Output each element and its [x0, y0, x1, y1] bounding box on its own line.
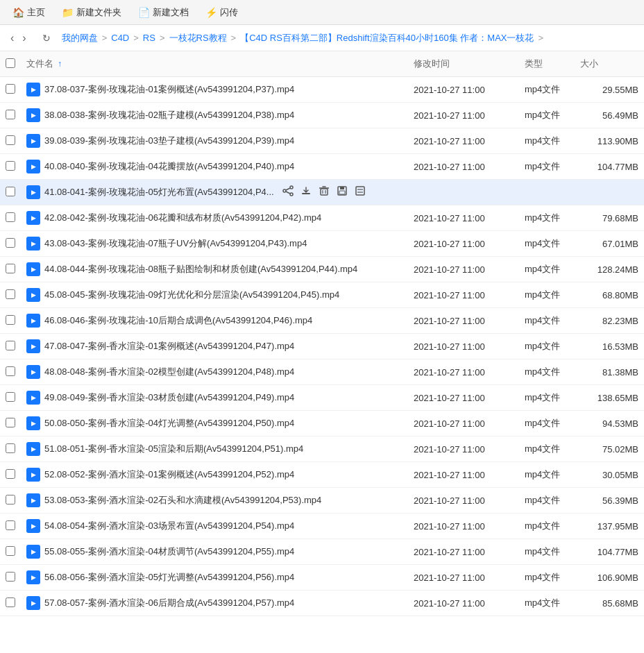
row-checkbox[interactable]	[6, 495, 15, 504]
row-checkbox[interactable]	[6, 264, 15, 273]
header-time: 修改时间	[408, 51, 519, 77]
file-name-wrapper: 49.08-049-案例-香水渲染-03材质创建(Av543991204,P49…	[26, 391, 402, 405]
row-checkbox[interactable]	[6, 135, 15, 145]
row-checkbox[interactable]	[6, 418, 15, 427]
video-file-icon	[26, 211, 40, 225]
row-time: 2021-10-27 11:00	[408, 359, 519, 385]
row-time: 2021-10-27 11:00	[408, 77, 519, 103]
file-name-wrapper: 37.08-037-案例-玫瑰花油-01案例概述(Av543991204,P37…	[26, 83, 402, 96]
file-name-text[interactable]: 44.08-044-案例-玫瑰花油-08瓶子贴图绘制和材质创建(Av543991…	[44, 263, 357, 275]
file-name-text[interactable]: 51.08-051-案例-香水渲染-05渲染和后期(Av543991204,P5…	[44, 443, 303, 455]
video-file-icon	[26, 339, 40, 353]
row-checkbox[interactable]	[6, 110, 15, 119]
file-name-text[interactable]: 46.08-046-案例-玫瑰花油-10后期合成调色(Av543991204,P…	[44, 314, 312, 327]
row-time: 2021-10-27 11:00	[408, 154, 519, 180]
delete-icon[interactable]	[319, 185, 330, 199]
breadcrumb-course[interactable]: 【C4D RS百科第二部】Redshift渲染百科40小时160集 作者：MAX…	[240, 32, 534, 44]
row-name-cell: 57.08-057-案例-酒水渲染-06后期合成(Av543991204,P57…	[21, 591, 408, 616]
row-action-icons	[282, 185, 366, 199]
row-checkbox[interactable]	[6, 289, 15, 299]
file-name-wrapper: 51.08-051-案例-香水渲染-05渲染和后期(Av543991204,P5…	[26, 442, 402, 456]
file-name-wrapper: 40.08-040-案例-玫瑰花油-04花瓣摆放(Av543991204,P40…	[26, 160, 402, 173]
file-name-text[interactable]: 45.08-045-案例-玫瑰花油-09灯光优化和分层渲染(Av54399120…	[44, 289, 339, 301]
file-name-text[interactable]: 37.08-037-案例-玫瑰花油-01案例概述(Av543991204,P37…	[44, 83, 294, 96]
row-time: 2021-10-27 11:00	[408, 231, 519, 257]
svg-point-0	[290, 186, 293, 189]
back-button[interactable]: ‹	[7, 31, 17, 46]
row-checkbox[interactable]	[6, 212, 15, 222]
file-name-text[interactable]: 38.08-038-案例-玫瑰花油-02瓶子建模(Av543991204,P38…	[44, 109, 294, 121]
row-checkbox[interactable]	[6, 572, 15, 582]
breadcrumb-c4d[interactable]: C4D	[111, 33, 129, 43]
table-row: 49.08-049-案例-香水渲染-03材质创建(Av543991204,P49…	[0, 385, 644, 411]
row-name-cell: 56.08-056-案例-酒水渲染-05灯光调整(Av543991204,P56…	[21, 565, 408, 591]
file-name-text[interactable]: 48.08-048-案例-香水渲染-02模型创建(Av543991204,P48…	[44, 366, 294, 378]
row-time: 2021-10-27 11:00	[408, 128, 519, 154]
row-checkbox-cell	[0, 180, 21, 205]
table-row: 37.08-037-案例-玫瑰花油-01案例概述(Av543991204,P37…	[0, 77, 644, 103]
row-checkbox[interactable]	[6, 469, 15, 479]
table-row: 47.08-047-案例-香水渲染-01案例概述(Av543991204,P47…	[0, 334, 644, 359]
row-checkbox[interactable]	[6, 597, 15, 607]
more-icon[interactable]	[355, 185, 366, 199]
file-name-text[interactable]: 49.08-049-案例-香水渲染-03材质创建(Av543991204,P49…	[44, 391, 294, 404]
file-name-text[interactable]: 42.08-042-案例-玫瑰花油-06花瓣和绒布材质(Av543991204,…	[44, 212, 321, 224]
row-checkbox-cell	[0, 462, 21, 488]
row-checkbox[interactable]	[6, 187, 15, 196]
folder-icon: 📁	[62, 7, 74, 18]
row-size: 94.53MB	[575, 411, 644, 436]
row-checkbox[interactable]	[6, 84, 15, 94]
home-icon: 🏠	[12, 7, 24, 18]
file-name-text[interactable]: 56.08-056-案例-酒水渲染-05灯光调整(Av543991204,P56…	[44, 571, 294, 584]
file-name-text[interactable]: 54.08-054-案例-酒水渲染-03场景布置(Av543991204,P54…	[44, 520, 294, 532]
forward-button[interactable]: ›	[19, 31, 29, 46]
row-name-cell: 50.08-050-案例-香水渲染-04灯光调整(Av543991204,P50…	[21, 411, 408, 436]
row-checkbox[interactable]	[6, 392, 15, 402]
home-button[interactable]: 🏠 主页	[6, 3, 52, 22]
flash-transfer-button[interactable]: ⚡ 闪传	[198, 3, 245, 22]
file-name-text[interactable]: 47.08-047-案例-香水渲染-01案例概述(Av543991204,P47…	[44, 340, 294, 353]
header-size: 大小	[575, 51, 644, 77]
file-name-text[interactable]: 55.08-055-案例-酒水渲染-04材质调节(Av543991204,P55…	[44, 545, 294, 558]
row-checkbox[interactable]	[6, 520, 15, 530]
save-icon[interactable]	[337, 185, 348, 199]
file-name-text[interactable]: 57.08-057-案例-酒水渲染-06后期合成(Av543991204,P57…	[44, 597, 294, 609]
row-checkbox[interactable]	[6, 238, 15, 248]
row-checkbox[interactable]	[6, 443, 15, 453]
doc-icon: 📄	[138, 7, 150, 18]
new-doc-button[interactable]: 📄 新建文档	[131, 3, 196, 22]
row-checkbox[interactable]	[6, 366, 15, 376]
row-type: mp4文件	[519, 462, 575, 488]
row-checkbox[interactable]	[6, 161, 15, 171]
download-icon[interactable]	[300, 185, 312, 199]
file-name-wrapper: 38.08-038-案例-玫瑰花油-02瓶子建模(Av543991204,P38…	[26, 108, 402, 122]
file-name-text[interactable]: 40.08-040-案例-玫瑰花油-04花瓣摆放(Av543991204,P40…	[44, 160, 294, 173]
row-time: 2021-10-27 11:00	[408, 257, 519, 282]
share-icon[interactable]	[282, 185, 294, 199]
row-size: 16.53MB	[575, 334, 644, 359]
breadcrumb-yizhihua[interactable]: 一枝花RS教程	[169, 32, 227, 44]
row-name-cell: 54.08-054-案例-酒水渲染-03场景布置(Av543991204,P54…	[21, 514, 408, 539]
file-name-text[interactable]: 52.08-052-案例-酒水渲染-01案例概述(Av543991204,P52…	[44, 468, 294, 481]
row-size: 106.90MB	[575, 565, 644, 591]
file-name-text[interactable]: 43.08-043-案例-玫瑰花油-07瓶子UV分解(Av543991204,P…	[44, 237, 307, 250]
file-name-wrapper: 46.08-046-案例-玫瑰花油-10后期合成调色(Av543991204,P…	[26, 314, 402, 328]
row-size: 67.01MB	[575, 231, 644, 257]
file-name-text[interactable]: 39.08-039-案例-玫瑰花油-03垫子建模(Av543991204,P39…	[44, 135, 294, 147]
table-row: 45.08-045-案例-玫瑰花油-09灯光优化和分层渲染(Av54399120…	[0, 282, 644, 308]
video-file-icon	[26, 314, 40, 328]
video-file-icon	[26, 83, 40, 96]
video-file-icon	[26, 570, 40, 584]
breadcrumb-mycloud[interactable]: 我的网盘	[62, 32, 98, 44]
row-checkbox[interactable]	[6, 546, 15, 556]
breadcrumb-rs[interactable]: RS	[143, 33, 155, 43]
select-all-checkbox[interactable]	[6, 58, 15, 68]
table-row: 42.08-042-案例-玫瑰花油-06花瓣和绒布材质(Av543991204,…	[0, 205, 644, 231]
row-checkbox[interactable]	[6, 341, 15, 350]
file-name-text[interactable]: 50.08-050-案例-香水渲染-04灯光调整(Av543991204,P50…	[44, 417, 294, 430]
row-checkbox[interactable]	[6, 315, 15, 325]
file-name-text[interactable]: 41.08-041-案例-玫瑰花油-05灯光布置(Av543991204,P4.…	[44, 186, 274, 198]
new-folder-button[interactable]: 📁 新建文件夹	[55, 3, 128, 22]
refresh-button[interactable]: ↻	[38, 31, 55, 45]
file-name-text[interactable]: 53.08-053-案例-酒水渲染-02石头和水滴建模(Av543991204,…	[44, 494, 321, 507]
